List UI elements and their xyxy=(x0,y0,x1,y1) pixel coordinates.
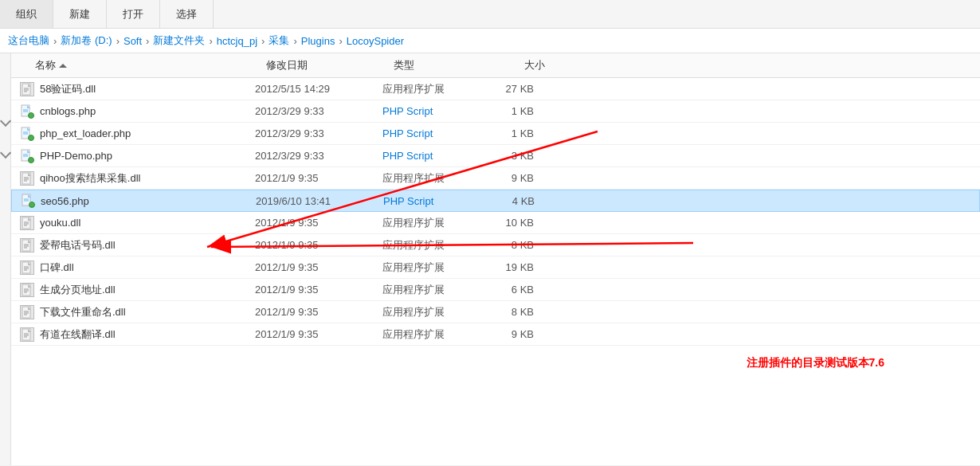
file-type: 应用程序扩展 xyxy=(382,260,486,275)
table-row[interactable]: qihoo搜索结果采集.dll2012/1/9 9:35应用程序扩展9 KB xyxy=(11,167,980,190)
file-size: 3 KB xyxy=(486,150,550,162)
dll-file-icon xyxy=(19,327,35,343)
table-row[interactable]: youku.dll2012/1/9 9:35应用程序扩展10 KB xyxy=(11,212,980,234)
nav-arrow-1[interactable] xyxy=(0,116,11,127)
col-header-date[interactable]: 修改日期 xyxy=(266,58,394,72)
dll-file-icon xyxy=(19,215,35,231)
file-size: 19 KB xyxy=(486,261,550,273)
breadcrumb-item-2[interactable]: Soft xyxy=(123,35,142,47)
table-row[interactable]: cnblogs.php2012/3/29 9:33PHP Script1 KB xyxy=(11,100,980,123)
col-header-name[interactable]: 名称 xyxy=(11,58,266,72)
table-row[interactable]: 爱帮电话号码.dll2012/1/9 9:35应用程序扩展8 KB xyxy=(11,234,980,256)
file-rows-container: 58验证码.dll2012/5/15 14:29应用程序扩展27 KB cnbl… xyxy=(11,78,980,346)
file-date: 2012/1/9 9:35 xyxy=(255,172,382,184)
file-name: php_ext_loader.php xyxy=(40,127,255,139)
toolbar-group-new[interactable]: 新建 xyxy=(53,0,107,28)
file-type: 应用程序扩展 xyxy=(382,327,486,342)
file-name: youku.dll xyxy=(40,217,255,229)
file-type: 应用程序扩展 xyxy=(382,305,486,319)
table-row[interactable]: 生成分页地址.dll2012/1/9 9:35应用程序扩展6 KB xyxy=(11,279,980,301)
file-size: 1 KB xyxy=(486,105,550,117)
col-header-size[interactable]: 大小 xyxy=(497,58,561,72)
table-row[interactable]: PHP-Demo.php2012/3/29 9:33PHP Script3 KB xyxy=(11,145,980,167)
file-type: 应用程序扩展 xyxy=(382,171,486,186)
table-row[interactable]: 有道在线翻译.dll2012/1/9 9:35应用程序扩展9 KB xyxy=(11,323,980,346)
toolbar: 组织 新建 打开 选择 xyxy=(0,0,980,29)
annotation-text: 注册插件的目录测试版本7.6 xyxy=(747,356,884,370)
breadcrumb: 这台电脑 › 新加卷 (D:) › Soft › 新建文件夹 › hctcjq_… xyxy=(0,29,980,53)
toolbar-select-label: 选择 xyxy=(176,7,197,22)
file-name: 有道在线翻译.dll xyxy=(40,327,255,342)
file-date: 2012/1/9 9:35 xyxy=(255,239,382,251)
file-date: 2012/1/9 9:35 xyxy=(255,217,382,229)
dll-file-icon xyxy=(19,170,35,186)
toolbar-group-organize[interactable]: 组织 xyxy=(0,0,53,28)
file-size: 6 KB xyxy=(486,284,550,296)
file-name: 58验证码.dll xyxy=(40,82,255,96)
file-size: 10 KB xyxy=(486,217,550,229)
breadcrumb-item-0[interactable]: 这台电脑 xyxy=(8,33,49,48)
file-size: 9 KB xyxy=(486,328,550,340)
toolbar-group-select[interactable]: 选择 xyxy=(160,0,214,28)
dll-file-icon xyxy=(19,260,35,276)
dll-file-icon xyxy=(19,282,35,298)
table-row[interactable]: 58验证码.dll2012/5/15 14:29应用程序扩展27 KB xyxy=(11,78,980,100)
file-type: 应用程序扩展 xyxy=(382,216,486,230)
breadcrumb-item-1[interactable]: 新加卷 (D:) xyxy=(61,33,112,48)
file-type: 应用程序扩展 xyxy=(382,238,486,253)
file-name: 爱帮电话号码.dll xyxy=(40,238,255,253)
table-row[interactable]: php_ext_loader.php2012/3/29 9:33PHP Scri… xyxy=(11,123,980,145)
file-type: PHP Script xyxy=(383,195,487,207)
breadcrumb-item-3[interactable]: 新建文件夹 xyxy=(153,33,205,48)
toolbar-group-open[interactable]: 打开 xyxy=(107,0,160,28)
file-size: 8 KB xyxy=(486,306,550,318)
file-list: 名称 修改日期 类型 大小 58验证码.dll2012/5/15 14 xyxy=(11,53,980,465)
file-date: 2012/3/29 9:33 xyxy=(255,127,382,139)
file-type: 应用程序扩展 xyxy=(382,283,486,297)
file-name: 生成分页地址.dll xyxy=(40,283,255,297)
file-date: 2019/6/10 13:41 xyxy=(256,195,383,207)
file-date: 2012/5/15 14:29 xyxy=(255,83,382,95)
breadcrumb-item-4[interactable]: hctcjq_pj xyxy=(217,35,257,47)
dll-file-icon xyxy=(19,81,35,97)
table-row[interactable]: seo56.php2019/6/10 13:41PHP Script4 KB xyxy=(11,190,980,212)
file-name: 口碑.dll xyxy=(40,260,255,275)
nav-arrow-2[interactable] xyxy=(0,147,11,159)
column-headers: 名称 修改日期 类型 大小 xyxy=(11,53,980,78)
file-name: 下载文件重命名.dll xyxy=(40,305,255,319)
toolbar-new-label: 新建 xyxy=(69,7,90,22)
file-type: PHP Script xyxy=(382,127,486,139)
dll-file-icon xyxy=(19,237,35,253)
php-file-icon xyxy=(20,193,36,209)
file-size: 27 KB xyxy=(486,83,550,95)
file-size: 8 KB xyxy=(486,239,550,251)
main-panel: 名称 修改日期 类型 大小 58验证码.dll2012/5/15 14 xyxy=(0,53,980,465)
file-type: PHP Script xyxy=(382,105,486,117)
file-size: 1 KB xyxy=(486,127,550,139)
file-name: qihoo搜索结果采集.dll xyxy=(40,171,255,186)
breadcrumb-item-5[interactable]: 采集 xyxy=(269,33,289,48)
file-date: 2012/1/9 9:35 xyxy=(255,261,382,273)
file-name: PHP-Demo.php xyxy=(40,150,255,162)
toolbar-organize-label: 组织 xyxy=(16,7,37,22)
dll-file-icon xyxy=(19,304,35,320)
left-nav xyxy=(0,53,11,465)
file-date: 2012/1/9 9:35 xyxy=(255,328,382,340)
file-date: 2012/3/29 9:33 xyxy=(255,150,382,162)
table-row[interactable]: 口碑.dll2012/1/9 9:35应用程序扩展19 KB xyxy=(11,256,980,279)
breadcrumb-item-7[interactable]: LocoySpider xyxy=(347,35,404,47)
php-file-icon xyxy=(19,126,35,142)
file-date: 2012/1/9 9:35 xyxy=(255,306,382,318)
file-size: 4 KB xyxy=(487,195,551,207)
file-date: 2012/3/29 9:33 xyxy=(255,105,382,117)
col-header-type[interactable]: 类型 xyxy=(394,58,497,72)
toolbar-open-label: 打开 xyxy=(123,7,143,22)
content-wrapper: 名称 修改日期 类型 大小 58验证码.dll2012/5/15 14 xyxy=(0,53,980,465)
breadcrumb-item-6[interactable]: Plugins xyxy=(301,35,335,47)
table-row[interactable]: 下载文件重命名.dll2012/1/9 9:35应用程序扩展8 KB xyxy=(11,301,980,323)
php-file-icon xyxy=(19,148,35,164)
file-name: seo56.php xyxy=(41,195,256,207)
file-type: PHP Script xyxy=(382,150,486,162)
file-type: 应用程序扩展 xyxy=(382,82,486,96)
file-date: 2012/1/9 9:35 xyxy=(255,284,382,296)
